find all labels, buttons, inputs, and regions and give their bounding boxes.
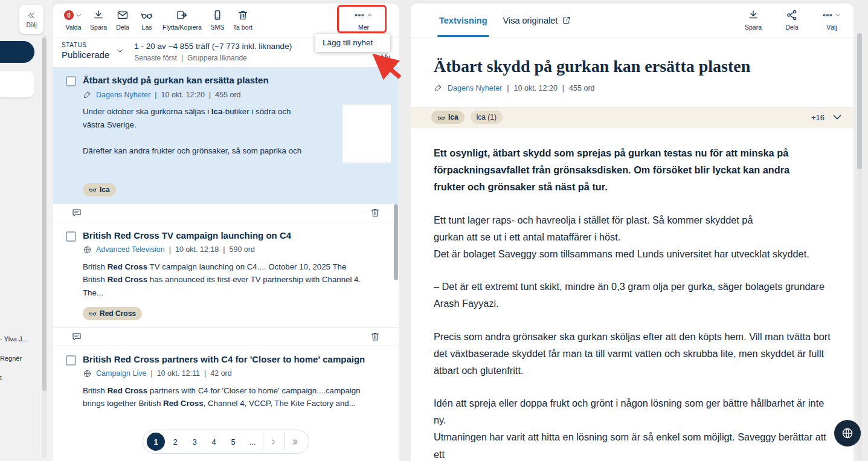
article-meta: Campaign Live | 10 okt. 12:11 | 42 ord xyxy=(83,369,389,378)
active-profile-pill[interactable] xyxy=(0,41,34,63)
article-paragraph: Ett osynligt, ätbart skydd som sprejas p… xyxy=(434,144,832,196)
article-checkbox[interactable] xyxy=(66,355,76,366)
read-button[interactable]: Läs xyxy=(135,9,159,31)
page-button-4[interactable]: 4 xyxy=(205,433,223,451)
separator: | xyxy=(150,369,152,378)
sidebar-scrollbar[interactable] xyxy=(42,35,47,458)
reader-panel: Textvisning Visa originalet Spara Dela xyxy=(411,4,854,461)
delete-button[interactable]: Ta bort xyxy=(230,9,256,31)
article-snippet: Under oktober ska gurkorna säljas i Ica-… xyxy=(83,105,327,158)
word-count: 590 ord xyxy=(230,245,255,254)
article-title[interactable]: Ätbart skydd på gurkan kan ersätta plast… xyxy=(83,75,389,85)
glasses-icon xyxy=(89,185,97,193)
separator: | xyxy=(155,91,156,99)
sms-button[interactable]: SMS xyxy=(205,9,230,31)
more-label: Mer xyxy=(358,24,369,31)
more-button[interactable]: Mer xyxy=(350,9,377,31)
tab-textvisning[interactable]: Textvisning xyxy=(431,4,495,37)
move-copy-button[interactable]: Flytta/Kopiera xyxy=(159,9,205,31)
share-button[interactable]: Dela xyxy=(111,9,135,31)
article-date: 10 okt. 12:20 xyxy=(161,91,205,99)
status-value: Publicerade xyxy=(62,50,109,60)
article-list-item[interactable]: British Red Cross TV campaign launching … xyxy=(53,222,399,327)
trash-icon[interactable] xyxy=(370,331,381,342)
sort-order[interactable]: Senaste först xyxy=(134,54,177,62)
article-title[interactable]: British Red Cross TV campaign launching … xyxy=(83,230,389,240)
ellipsis-icon xyxy=(354,10,365,21)
page-button-2[interactable]: 2 xyxy=(166,433,184,451)
reader-byline: Dagens Nyheter | 10 okt. 12:20 | 455 ord xyxy=(434,83,831,92)
article-thumbnail xyxy=(342,105,391,163)
profile-tag-chip[interactable]: Ica xyxy=(431,111,465,124)
page-button-1[interactable]: 1 xyxy=(147,433,165,451)
tag-label: Ica xyxy=(448,113,458,121)
collapsed-search-box[interactable] xyxy=(0,71,34,97)
last-page-button[interactable] xyxy=(285,433,305,451)
collapse-sidebar-button[interactable]: Dölj xyxy=(19,5,43,34)
separator: | xyxy=(562,84,564,92)
profile-tag-chip[interactable]: Red Cross xyxy=(83,307,142,320)
results-scrollbar[interactable] xyxy=(394,40,398,457)
results-scrollbar-thumb[interactable] xyxy=(394,204,398,280)
language-globe-button[interactable] xyxy=(834,420,861,446)
trash-icon[interactable] xyxy=(370,207,381,218)
sidebar-scrollbar-thumb[interactable] xyxy=(42,37,47,391)
reader-scrollbar-thumb[interactable] xyxy=(857,33,862,169)
profile-tag-chip[interactable]: Ica xyxy=(83,183,116,196)
reader-article-title: Ätbart skydd på gurkan kan ersätta plast… xyxy=(434,57,831,76)
collapse-sidebar-label: Dölj xyxy=(26,22,36,28)
separator: | xyxy=(507,84,509,92)
expand-tags-chevron-icon[interactable] xyxy=(831,111,844,124)
separator: | xyxy=(209,91,211,99)
globe-icon xyxy=(841,427,854,440)
left-rail: Dölj - Ylva J... Regnér t xyxy=(0,0,53,461)
comment-icon[interactable] xyxy=(71,331,82,342)
delete-label: Ta bort xyxy=(233,24,252,31)
article-list-item[interactable]: British Red Cross partners with C4 for '… xyxy=(53,346,399,425)
chevron-down-icon xyxy=(115,47,124,56)
tab-label: Textvisning xyxy=(439,16,487,25)
comment-icon[interactable] xyxy=(71,207,82,218)
word-count: 455 ord xyxy=(215,91,240,99)
article-date: 10 okt. 12:18 xyxy=(175,245,219,254)
status-caption: STATUS xyxy=(62,42,109,48)
sidebar-item-truncated-3[interactable]: t xyxy=(0,374,33,381)
choose-button[interactable]: Välj xyxy=(818,9,845,31)
source-link[interactable]: Advanced Television xyxy=(96,245,165,254)
article-checkbox[interactable] xyxy=(66,231,76,242)
article-title[interactable]: British Red Cross partners with C4 for '… xyxy=(83,354,389,364)
save-label: Spara xyxy=(745,24,762,31)
keyword-tag-chip[interactable]: ica (1) xyxy=(471,111,503,124)
sidebar-item-truncated-2[interactable]: Regnér xyxy=(0,355,33,362)
next-page-button[interactable] xyxy=(263,433,283,451)
globe-icon xyxy=(83,369,92,378)
reader-scrollbar[interactable] xyxy=(857,33,862,461)
source-link[interactable]: Campaign Live xyxy=(96,369,146,378)
more-tags-count[interactable]: +16 xyxy=(811,113,825,122)
status-filter-dropdown[interactable]: STATUS Publicerade xyxy=(62,42,124,60)
source-link[interactable]: Dagens Nyheter xyxy=(448,84,502,92)
page-button-5[interactable]: 5 xyxy=(224,433,242,451)
move-copy-icon xyxy=(176,9,188,21)
article-paragraph: – Det är ett extremt tunt skikt, mindre … xyxy=(434,278,832,312)
article-list-item[interactable]: Ätbart skydd på gurkan kan ersätta plast… xyxy=(53,67,399,204)
source-link[interactable]: Dagens Nyheter xyxy=(96,91,150,99)
page-button-3[interactable]: 3 xyxy=(185,433,204,451)
word-count: 455 ord xyxy=(569,84,594,92)
save-button[interactable]: Spara xyxy=(86,9,111,31)
tab-label: Visa originalet xyxy=(503,16,558,25)
tag-label: ica (1) xyxy=(477,113,497,121)
page-ellipsis[interactable]: ... xyxy=(243,433,262,451)
tab-visa-originalet[interactable]: Visa originalet xyxy=(495,4,579,37)
save-button[interactable]: Spara xyxy=(741,9,765,31)
sidebar-item-truncated-1[interactable]: - Ylva J... xyxy=(0,335,33,343)
glasses-icon xyxy=(89,309,97,317)
chevron-down-icon xyxy=(75,11,83,19)
article-date: 10 okt. 12:11 xyxy=(157,369,200,378)
add-news-menu-item[interactable]: Lägg till nyhet xyxy=(315,34,390,52)
share-button[interactable]: Dela xyxy=(780,9,804,31)
article-meta: Dagens Nyheter | 10 okt. 12:20 | 455 ord xyxy=(83,90,389,99)
article-checkbox[interactable] xyxy=(66,76,76,86)
selected-count-dropdown[interactable]: 0 Valda xyxy=(60,9,86,31)
group-similar-toggle[interactable]: Gruppera liknande xyxy=(187,54,247,62)
